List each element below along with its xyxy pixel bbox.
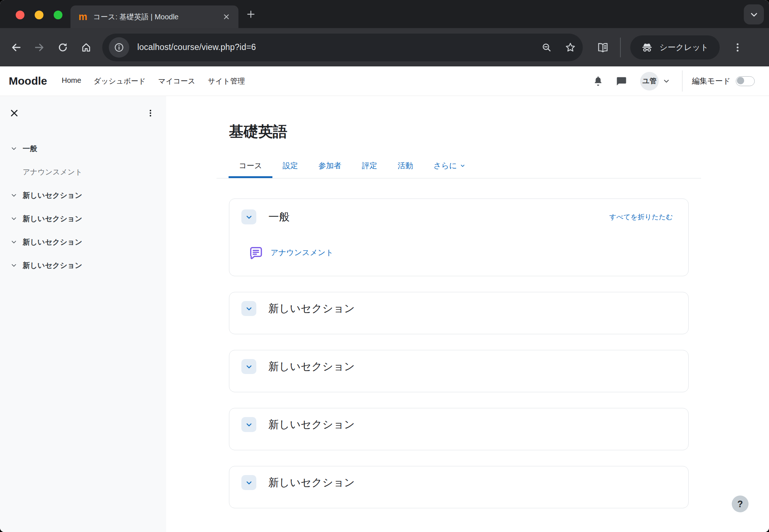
chevron-down-icon[interactable] <box>10 238 18 246</box>
home-button[interactable] <box>74 42 98 53</box>
chevron-down-icon[interactable] <box>10 262 18 269</box>
address-bar[interactable]: localhost/course/view.php?id=6 <box>102 34 583 61</box>
reading-list-icon[interactable] <box>597 41 609 54</box>
moodle-favicon-icon: m <box>79 12 87 22</box>
zoom-out-icon[interactable] <box>541 42 552 53</box>
chevron-down-icon[interactable] <box>10 215 18 222</box>
chevron-down-icon <box>460 163 466 169</box>
index-item-section[interactable]: 新しいセクション <box>0 207 166 230</box>
drawer-kebab-menu-icon[interactable] <box>146 108 155 118</box>
tab-more[interactable]: さらに <box>423 156 476 178</box>
forum-icon <box>248 245 263 260</box>
section-card: 新しいセクション <box>229 408 689 450</box>
course-index-list: 一般 アナウンスメント 新しいセクション 新しいセクション 新しいセクション <box>0 137 166 277</box>
user-avatar[interactable]: ユ管 <box>640 72 659 90</box>
notifications-bell-icon[interactable] <box>593 76 604 86</box>
chevron-down-icon[interactable] <box>10 145 18 152</box>
tab-search-button[interactable] <box>744 4 764 24</box>
toolbar-divider <box>620 38 621 57</box>
nav-home[interactable]: Home <box>62 76 81 86</box>
incognito-badge: シークレット <box>630 35 720 59</box>
browser-tab[interactable]: m コース: 基礎英語 | Moodle <box>70 5 238 28</box>
tab-close-icon[interactable] <box>222 13 230 21</box>
index-item-general[interactable]: 一般 <box>0 137 166 160</box>
reload-button[interactable] <box>51 42 74 53</box>
activity-link-announcements[interactable]: アナウンスメント <box>271 247 333 258</box>
toggle-knob <box>737 77 744 84</box>
course-sections: 一般 すべてを折りたたむ アナウンスメント <box>229 198 689 508</box>
edit-mode-label: 編集モード <box>692 76 731 86</box>
messages-chat-icon[interactable] <box>616 76 627 86</box>
tab-title: コース: 基礎英語 | Moodle <box>93 12 222 22</box>
section-collapse-button[interactable] <box>241 359 256 374</box>
help-button[interactable]: ? <box>732 496 749 512</box>
edit-mode-toggle[interactable] <box>736 76 755 86</box>
section-collapse-button[interactable] <box>241 209 256 224</box>
incognito-icon <box>641 42 653 53</box>
zoom-window-button[interactable] <box>54 11 62 19</box>
section-card: 新しいセクション <box>229 466 689 508</box>
tab-activities[interactable]: 活動 <box>387 156 423 178</box>
forward-button[interactable] <box>28 42 51 53</box>
section-title[interactable]: 新しいセクション <box>268 301 355 316</box>
moodle-logo[interactable]: Moodle <box>9 75 47 87</box>
course-title: 基礎英語 <box>229 122 701 142</box>
section-collapse-button[interactable] <box>241 417 256 432</box>
browser-menu-icon[interactable] <box>732 42 743 53</box>
user-menu-chevron-icon[interactable] <box>662 77 670 85</box>
section-card: 新しいセクション <box>229 292 689 334</box>
drawer-header <box>0 96 166 118</box>
section-collapse-button[interactable] <box>241 301 256 316</box>
primary-nav: Home ダッシュボード マイコース サイト管理 <box>62 76 245 86</box>
index-item-section[interactable]: 新しいセクション <box>0 230 166 254</box>
nav-dashboard[interactable]: ダッシュボード <box>93 76 146 86</box>
index-item-section[interactable]: 新しいセクション <box>0 184 166 207</box>
section-collapse-button[interactable] <box>241 475 256 490</box>
nav-my-courses[interactable]: マイコース <box>158 76 195 86</box>
browser-window: m コース: 基礎英語 | Moodle <box>0 0 769 532</box>
close-window-button[interactable] <box>16 11 24 19</box>
tab-grades[interactable]: 評定 <box>352 156 387 178</box>
section-title[interactable]: 新しいセクション <box>268 417 355 432</box>
tab-settings[interactable]: 設定 <box>272 156 308 178</box>
index-item-announcements[interactable]: アナウンスメント <box>0 160 166 184</box>
secondary-nav-tabs: コース 設定 参加者 評定 活動 さらに <box>217 156 701 178</box>
section-title[interactable]: 新しいセクション <box>268 359 355 374</box>
window-controls <box>16 11 62 19</box>
activity-row: アナウンスメント <box>248 245 673 260</box>
url-text[interactable]: localhost/course/view.php?id=6 <box>137 42 529 52</box>
site-info-icon[interactable] <box>109 37 129 58</box>
section-card: 新しいセクション <box>229 350 689 392</box>
chevron-down-icon[interactable] <box>10 192 18 199</box>
new-tab-button[interactable] <box>246 9 256 19</box>
section-title[interactable]: 新しいセクション <box>268 475 355 490</box>
minimize-window-button[interactable] <box>35 11 43 19</box>
index-item-section[interactable]: 新しいセクション <box>0 254 166 277</box>
back-button[interactable] <box>4 42 28 53</box>
course-index-drawer: 一般 アナウンスメント 新しいセクション 新しいセクション 新しいセクション <box>0 96 166 532</box>
drawer-close-icon[interactable] <box>9 108 19 118</box>
nav-site-admin[interactable]: サイト管理 <box>208 76 245 86</box>
tab-strip: m コース: 基礎英語 | Moodle <box>0 0 769 28</box>
moodle-header: Moodle Home ダッシュボード マイコース サイト管理 ユ管 編集モード <box>0 66 769 96</box>
section-card-general: 一般 すべてを折りたたむ アナウンスメント <box>229 198 689 276</box>
bookmark-star-icon[interactable] <box>565 42 576 53</box>
header-divider <box>682 70 682 92</box>
page-body: 一般 アナウンスメント 新しいセクション 新しいセクション 新しいセクション <box>0 96 769 532</box>
browser-toolbar: localhost/course/view.php?id=6 シークレット <box>0 28 769 66</box>
main-content: 基礎英語 コース 設定 参加者 評定 活動 さらに <box>166 96 769 532</box>
collapse-all-link[interactable]: すべてを折りたたむ <box>609 212 673 222</box>
tab-participants[interactable]: 参加者 <box>308 156 352 178</box>
tab-course[interactable]: コース <box>229 156 272 178</box>
incognito-label: シークレット <box>659 42 709 53</box>
header-actions: ユ管 編集モード <box>580 70 769 92</box>
section-title[interactable]: 一般 <box>268 210 290 224</box>
